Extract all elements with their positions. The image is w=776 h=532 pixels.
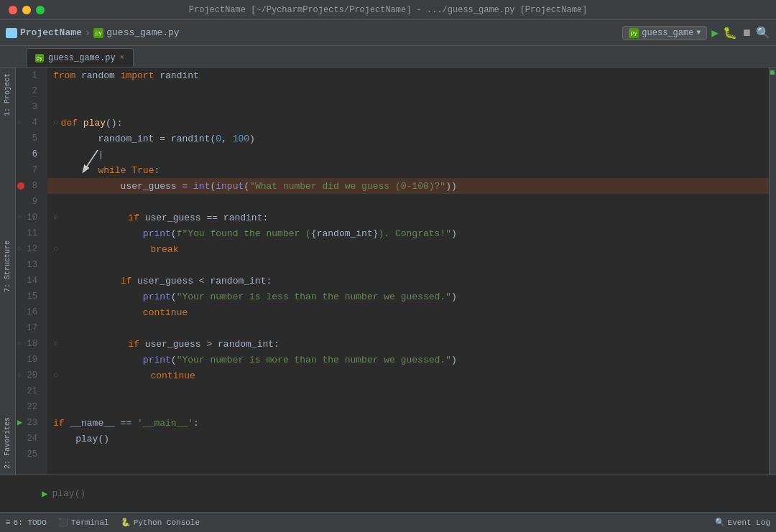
bottom-toolbar-right: 🔍 Event Log: [715, 518, 770, 527]
code-line-10: ○ if user_guess == randint:: [47, 210, 769, 225]
fn-parens: ():: [106, 118, 122, 129]
kw-def: def: [61, 118, 83, 129]
breadcrumb: ProjectName › py guess_game.py: [6, 27, 619, 39]
code-line-1: from random import randint: [47, 67, 769, 83]
breadcrumb-file[interactable]: guess_game.py: [106, 27, 179, 38]
name-check: __name__ ==: [70, 418, 137, 429]
line-num-21: 21: [16, 383, 42, 399]
close-button[interactable]: [9, 6, 17, 14]
kw-continue-20: continue: [150, 370, 195, 381]
code-editor[interactable]: from random import randint ○def play(): …: [47, 67, 769, 475]
cond-10: user_guess == randint:: [145, 213, 269, 223]
code-line-14: if user_guess < random_int:: [47, 273, 769, 289]
indent-20: [61, 370, 151, 381]
code-line-24: play(): [47, 431, 769, 447]
run-button[interactable]: ▶: [711, 26, 719, 40]
num-100: 100: [233, 134, 249, 144]
todo-icon: ≡: [6, 518, 11, 527]
code-line-21: [47, 383, 769, 399]
file-tab[interactable]: py guess_game.py ×: [26, 48, 134, 67]
event-log-label: Event Log: [728, 518, 770, 527]
line-num-25: 25: [16, 447, 42, 462]
line-num-3: 3: [16, 99, 42, 115]
line-num-14: 14: [16, 273, 42, 289]
stop-button[interactable]: ⏹: [742, 27, 752, 39]
line-num-7: 7: [16, 162, 42, 178]
code-line-23: if __name__ == '__main__':: [47, 415, 769, 431]
event-log-button[interactable]: 🔍 Event Log: [715, 518, 770, 527]
brace-close-11: }: [373, 228, 379, 239]
string-15: "Your number is less than the number we …: [177, 291, 451, 302]
line-num-10: ○ 10: [16, 210, 42, 225]
indent-16: [53, 307, 143, 318]
kw-if-23: if: [53, 418, 70, 429]
module-random: random: [81, 70, 121, 81]
keyword-from: from: [53, 70, 81, 81]
fold-indicator-12: ○: [53, 245, 58, 253]
code-line-3: [47, 99, 769, 115]
line-num-15: 15: [16, 289, 42, 304]
editor-area[interactable]: 1 2 3 ○ 4 5 6 7 8 9 ○ 10 11: [16, 67, 776, 475]
bottom-run-icon: ▶: [42, 487, 47, 500]
kw-while: while: [98, 165, 131, 176]
fold-indicator-20: ○: [53, 371, 58, 380]
code-container: 1 2 3 ○ 4 5 6 7 8 9 ○ 10 11: [16, 67, 776, 475]
line-num-23: ▶ 23: [16, 415, 42, 431]
builtin-print-15: print: [143, 291, 171, 302]
search-button[interactable]: 🔍: [756, 26, 770, 40]
gutter-mark: [770, 70, 775, 75]
code-line-7: while True:: [47, 162, 769, 178]
maximize-button[interactable]: [36, 6, 45, 14]
code-line-16: continue: [47, 304, 769, 320]
paren-input: (: [244, 181, 249, 192]
code-line-25: [47, 447, 769, 462]
builtin-int: int: [193, 181, 210, 192]
line-num-20: ○ 20: [16, 368, 42, 383]
sidebar-top: 1: Project: [1, 67, 14, 122]
tab-close-button[interactable]: ×: [120, 54, 124, 62]
search-small-icon: 🔍: [715, 518, 725, 527]
run-config-label: guess_game: [642, 28, 693, 38]
indent-10: [61, 213, 129, 223]
sidebar-bottom: 2: Favorites: [1, 411, 14, 475]
todo-panel-button[interactable]: ≡ 6: TODO: [6, 518, 47, 527]
string-main: '__main__': [137, 418, 193, 429]
code-line-20: ○ continue: [47, 368, 769, 383]
debug-button[interactable]: 🐛: [723, 26, 737, 40]
minimize-button[interactable]: [22, 6, 31, 14]
terminal-label: Terminal: [71, 518, 109, 527]
run-config-icon: py: [629, 28, 639, 38]
code-line-18: ○ if user_guess > random_int:: [47, 336, 769, 352]
code-line-6: |: [47, 146, 769, 162]
indent-15: [53, 291, 143, 302]
close-11: ): [451, 228, 457, 239]
line-num-13: 13: [16, 257, 42, 273]
py-file-icon: py: [93, 28, 103, 38]
main-toolbar: ProjectName › py guess_game.py py guess_…: [0, 20, 776, 46]
kw-true: True: [131, 165, 154, 176]
sidebar-item-project[interactable]: 1: Project: [1, 67, 14, 122]
colon-23: :: [193, 418, 199, 429]
line-num-22: 22: [16, 399, 42, 415]
python-console-button[interactable]: 🐍 Python Console: [121, 518, 200, 527]
sidebar-item-structure[interactable]: 7: Structure: [1, 235, 14, 298]
folder-icon: [6, 28, 17, 38]
code-line-19: print("Your number is more than the numb…: [47, 352, 769, 368]
run-config-selector[interactable]: py guess_game ▼: [622, 26, 707, 40]
breadcrumb-project[interactable]: ProjectName: [20, 27, 82, 38]
right-gutter: [769, 67, 776, 475]
indent-11: [53, 228, 143, 239]
fold-indicator-18: ○: [53, 340, 58, 348]
line-num-18: ○ 18: [16, 336, 42, 352]
cond-14: user_guess < random_int:: [137, 276, 272, 286]
terminal-button[interactable]: ⬛ Terminal: [58, 518, 109, 527]
bottom-play-text: play(): [52, 488, 86, 499]
code-line-15: print("Your number is less than the numb…: [47, 289, 769, 304]
fn-play: play: [83, 118, 106, 129]
main-area: 1: Project 7: Structure 2: Favorites 1 2…: [0, 67, 776, 475]
bottom-toolbar-left: ≡ 6: TODO ⬛ Terminal 🐍 Python Console: [6, 518, 715, 527]
indent-8: user_guess =: [53, 181, 193, 192]
sidebar-item-favorites[interactable]: 2: Favorites: [1, 411, 14, 475]
kw-break: break: [150, 244, 178, 255]
code-line-4: ○def play():: [47, 115, 769, 131]
